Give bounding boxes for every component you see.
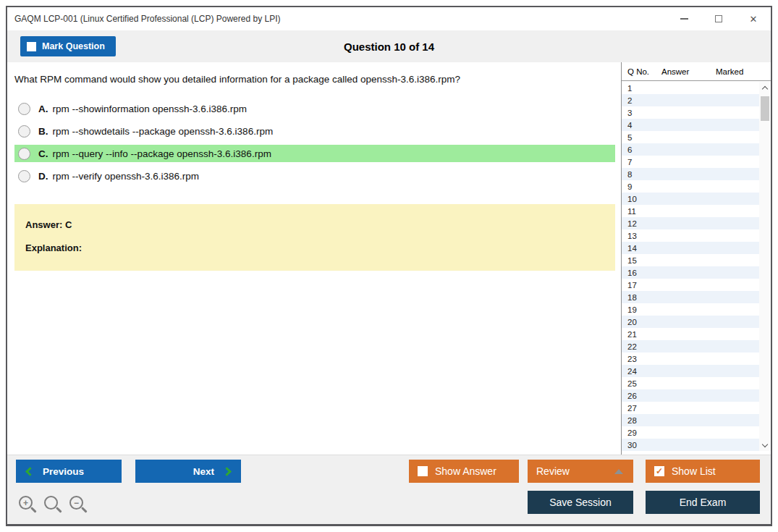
question-list-row[interactable]: 6 <box>622 143 759 156</box>
options-list: A. rpm --showinformation openssh-3.6.i38… <box>14 100 621 185</box>
option-text: rpm --showdetails --package openssh-3.6.… <box>53 126 274 137</box>
qrow-number: 16 <box>622 269 656 277</box>
answer-box: Answer: C Explanation: <box>14 204 615 271</box>
show-answer-button[interactable]: Show Answer <box>409 460 519 483</box>
question-list-row[interactable]: 20 <box>622 316 759 328</box>
close-button[interactable]: ✕ <box>736 7 771 30</box>
chevron-right-icon <box>222 467 232 476</box>
question-list-header: Q No. Answer Marked <box>622 62 771 81</box>
question-list-scrollbar[interactable] <box>759 82 771 451</box>
question-list-row[interactable]: 16 <box>622 266 759 279</box>
question-text: What RPM command would show you detailed… <box>14 74 621 85</box>
save-session-button[interactable]: Save Session <box>528 491 633 514</box>
triangle-up-icon <box>614 469 623 474</box>
close-icon: ✕ <box>750 14 758 24</box>
option-c[interactable]: C. rpm --query --info --package openssh-… <box>14 145 615 162</box>
question-list-row[interactable]: 23 <box>622 352 759 365</box>
radio-icon[interactable] <box>18 125 30 138</box>
question-list-row[interactable]: 26 <box>622 389 759 402</box>
question-list-row[interactable]: 18 <box>622 291 759 303</box>
explanation-label: Explanation: <box>25 242 604 253</box>
radio-icon[interactable] <box>18 103 30 115</box>
question-list-row[interactable]: 29 <box>622 426 759 439</box>
question-list-row[interactable]: 10 <box>622 193 759 205</box>
question-list-row[interactable]: 3 <box>622 106 759 119</box>
qrow-number: 25 <box>622 379 656 388</box>
question-list-row[interactable]: 12 <box>622 217 759 229</box>
magnifier-icon[interactable] <box>44 496 58 510</box>
qrow-number: 11 <box>622 207 656 216</box>
question-list-row[interactable]: 28 <box>622 414 759 426</box>
question-list-row[interactable]: 25 <box>622 377 759 389</box>
question-list-row[interactable]: 27 <box>622 402 759 414</box>
qrow-number: 12 <box>622 219 656 228</box>
show-list-label: Show List <box>672 465 716 477</box>
question-list-row[interactable]: 11 <box>622 205 759 217</box>
question-list-row[interactable]: 1 <box>622 82 759 94</box>
qrow-number: 9 <box>622 182 656 191</box>
chevron-left-icon <box>25 467 35 476</box>
question-list-row[interactable]: 17 <box>622 279 759 291</box>
question-list-row[interactable]: 5 <box>622 131 759 143</box>
chevron-down-icon <box>762 441 768 447</box>
title-bar: GAQM LCP-001 (Linux Certified Profession… <box>7 7 771 30</box>
mark-question-checkbox[interactable] <box>27 42 36 51</box>
show-answer-label: Show Answer <box>435 465 496 477</box>
option-d[interactable]: D. rpm --verify openssh-3.6.i386.rpm <box>14 167 615 185</box>
scroll-up-button[interactable] <box>759 82 771 93</box>
previous-button[interactable]: Previous <box>16 460 122 483</box>
zoom-in-icon[interactable]: + <box>19 496 33 510</box>
maximize-icon <box>715 15 722 22</box>
option-a[interactable]: A. rpm --showinformation openssh-3.6.i38… <box>14 100 615 117</box>
mark-question-button[interactable]: Mark Question <box>20 36 116 56</box>
qrow-number: 21 <box>622 330 656 339</box>
option-text: rpm --query --info --package openssh-3.6… <box>53 148 271 159</box>
minimize-icon <box>680 18 688 20</box>
qrow-number: 17 <box>622 281 656 290</box>
question-list-row[interactable]: 8 <box>622 168 759 180</box>
question-list-row[interactable]: 22 <box>622 340 759 352</box>
maximize-button[interactable] <box>701 7 736 30</box>
previous-label: Previous <box>43 466 84 477</box>
question-list-row[interactable]: 15 <box>622 254 759 266</box>
radio-icon[interactable] <box>18 170 30 182</box>
review-dropdown[interactable]: Review <box>528 460 633 483</box>
footer-toolbar: Previous Next Show Answer Review ✓ Show … <box>7 455 771 524</box>
question-list-row[interactable]: 14 <box>622 242 759 254</box>
column-marked: Marked <box>716 67 771 76</box>
question-list-row[interactable]: 13 <box>622 229 759 242</box>
scrollbar-thumb[interactable] <box>761 96 769 121</box>
zoom-out-icon[interactable]: − <box>69 496 83 510</box>
minimize-button[interactable] <box>667 7 701 30</box>
qrow-number: 22 <box>622 342 656 351</box>
question-counter: Question 10 of 14 <box>7 41 771 53</box>
question-list-row[interactable]: 2 <box>622 94 759 106</box>
option-b[interactable]: B. rpm --showdetails --package openssh-3… <box>14 122 615 140</box>
question-list-row[interactable]: 4 <box>622 119 759 131</box>
qrow-number: 30 <box>622 441 656 449</box>
question-list-row[interactable]: 30 <box>622 439 759 451</box>
show-list-button[interactable]: ✓ Show List <box>646 460 760 483</box>
qrow-number: 20 <box>622 318 656 326</box>
question-list-row[interactable]: 21 <box>622 328 759 340</box>
window-controls: ✕ <box>667 7 771 30</box>
end-exam-button[interactable]: End Exam <box>646 491 760 514</box>
app-window: GAQM LCP-001 (Linux Certified Profession… <box>6 6 772 526</box>
column-q-no: Q No. <box>622 67 661 76</box>
check-icon: ✓ <box>656 467 663 476</box>
question-list-row[interactable]: 24 <box>622 365 759 377</box>
next-button[interactable]: Next <box>135 460 241 483</box>
question-list-row[interactable]: 7 <box>622 156 759 168</box>
qrow-number: 15 <box>622 256 656 265</box>
question-list-row[interactable]: 19 <box>622 303 759 316</box>
qrow-number: 28 <box>622 416 656 425</box>
qrow-number: 3 <box>622 109 656 117</box>
radio-icon[interactable] <box>18 148 30 160</box>
question-list-row[interactable]: 9 <box>622 180 759 193</box>
show-list-checkbox[interactable]: ✓ <box>654 466 664 476</box>
qrow-number: 19 <box>622 305 656 314</box>
qrow-number: 13 <box>622 232 656 240</box>
scroll-down-button[interactable] <box>759 439 771 451</box>
qrow-number: 7 <box>622 158 656 166</box>
show-answer-checkbox[interactable] <box>418 466 428 476</box>
